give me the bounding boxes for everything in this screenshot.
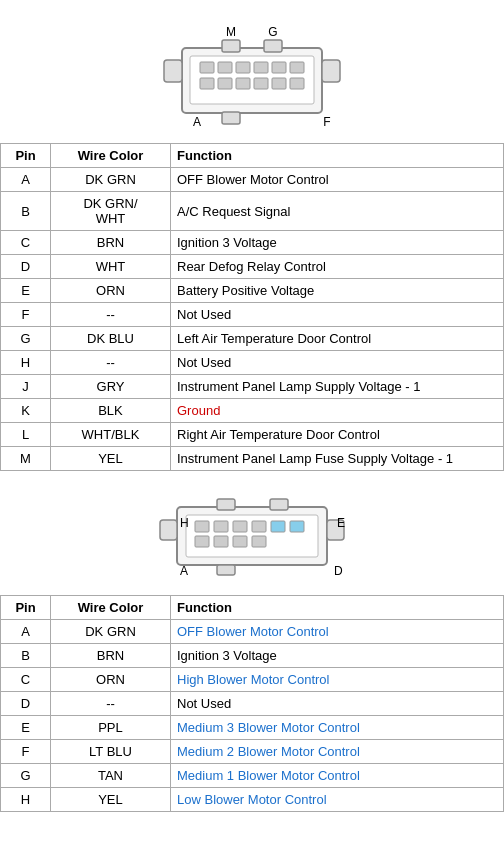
- cell-wire: --: [51, 303, 171, 327]
- svg-rect-14: [200, 78, 214, 89]
- svg-rect-40: [233, 536, 247, 547]
- connector2-diagram: fg A H E D: [0, 475, 504, 595]
- svg-rect-41: [252, 536, 266, 547]
- cell-func: Right Air Temperature Door Control: [171, 423, 504, 447]
- cell-pin: L: [1, 423, 51, 447]
- svg-rect-9: [218, 62, 232, 73]
- svg-text:E: E: [337, 516, 345, 530]
- cell-wire: ORN: [51, 279, 171, 303]
- connector2-table: Pin Wire Color Function ADK GRNOFF Blowe…: [0, 595, 504, 812]
- cell-pin: E: [1, 279, 51, 303]
- cell-wire: DK GRN: [51, 168, 171, 192]
- cell-wire: DK GRN: [51, 620, 171, 644]
- cell-wire: --: [51, 692, 171, 716]
- svg-rect-33: [214, 521, 228, 532]
- cell-wire: PPL: [51, 716, 171, 740]
- svg-rect-11: [254, 62, 268, 73]
- cell-pin: H: [1, 788, 51, 812]
- cell-pin: H: [1, 351, 51, 375]
- svg-rect-35: [252, 521, 266, 532]
- header-pin-1: Pin: [1, 144, 51, 168]
- svg-rect-12: [272, 62, 286, 73]
- cell-wire: YEL: [51, 447, 171, 471]
- svg-text:A: A: [193, 115, 201, 129]
- cell-wire: ORN: [51, 668, 171, 692]
- cell-pin: B: [1, 644, 51, 668]
- cell-func: Low Blower Motor Control: [171, 788, 504, 812]
- svg-rect-17: [254, 78, 268, 89]
- svg-rect-36: [271, 521, 285, 532]
- table-row: CBRNIgnition 3 Voltage: [1, 231, 504, 255]
- cell-func: Instrument Panel Lamp Fuse Supply Voltag…: [171, 447, 504, 471]
- cell-pin: M: [1, 447, 51, 471]
- cell-func: Medium 3 Blower Motor Control: [171, 716, 504, 740]
- cell-func: Ignition 3 Voltage: [171, 644, 504, 668]
- cell-wire: DK BLU: [51, 327, 171, 351]
- cell-wire: --: [51, 351, 171, 375]
- connector1-diagram: fg M G A F: [0, 0, 504, 143]
- connector2-svg: fg A H E D: [142, 485, 362, 585]
- header-func-2: Function: [171, 596, 504, 620]
- cell-pin: A: [1, 620, 51, 644]
- svg-rect-13: [290, 62, 304, 73]
- cell-func: Ignition 3 Voltage: [171, 231, 504, 255]
- svg-rect-7: [222, 112, 240, 124]
- cell-func: OFF Blower Motor Control: [171, 620, 504, 644]
- cell-wire: YEL: [51, 788, 171, 812]
- svg-text:M: M: [226, 25, 236, 39]
- table-row: GTANMedium 1 Blower Motor Control: [1, 764, 504, 788]
- table-row: MYELInstrument Panel Lamp Fuse Supply Vo…: [1, 447, 504, 471]
- table-row: JGRYInstrument Panel Lamp Supply Voltage…: [1, 375, 504, 399]
- svg-rect-32: [195, 521, 209, 532]
- svg-rect-5: [164, 60, 182, 82]
- cell-wire: TAN: [51, 764, 171, 788]
- cell-pin: D: [1, 255, 51, 279]
- table-row: F--Not Used: [1, 303, 504, 327]
- cell-func: Ground: [171, 399, 504, 423]
- cell-func: OFF Blower Motor Control: [171, 168, 504, 192]
- table-row: DWHTRear Defog Relay Control: [1, 255, 504, 279]
- cell-func: A/C Request Signal: [171, 192, 504, 231]
- svg-rect-34: [233, 521, 247, 532]
- cell-wire: BRN: [51, 231, 171, 255]
- svg-rect-29: [160, 520, 177, 540]
- svg-rect-6: [322, 60, 340, 82]
- svg-rect-38: [195, 536, 209, 547]
- cell-wire: DK GRN/WHT: [51, 192, 171, 231]
- svg-rect-4: [264, 40, 282, 52]
- svg-rect-31: [217, 565, 235, 575]
- header-wire-2: Wire Color: [51, 596, 171, 620]
- svg-rect-19: [290, 78, 304, 89]
- cell-pin: C: [1, 668, 51, 692]
- cell-func: Rear Defog Relay Control: [171, 255, 504, 279]
- cell-func: High Blower Motor Control: [171, 668, 504, 692]
- cell-func: Medium 1 Blower Motor Control: [171, 764, 504, 788]
- cell-pin: D: [1, 692, 51, 716]
- table-row: D--Not Used: [1, 692, 504, 716]
- table-row: LWHT/BLKRight Air Temperature Door Contr…: [1, 423, 504, 447]
- table-row: KBLKGround: [1, 399, 504, 423]
- cell-pin: J: [1, 375, 51, 399]
- header-func-1: Function: [171, 144, 504, 168]
- table-row: HYELLow Blower Motor Control: [1, 788, 504, 812]
- svg-text:H: H: [180, 516, 189, 530]
- cell-func: Medium 2 Blower Motor Control: [171, 740, 504, 764]
- header-wire-1: Wire Color: [51, 144, 171, 168]
- cell-func: Battery Positive Voltage: [171, 279, 504, 303]
- cell-pin: F: [1, 303, 51, 327]
- cell-wire: BLK: [51, 399, 171, 423]
- cell-pin: B: [1, 192, 51, 231]
- connector1-svg: fg M G A F: [142, 18, 362, 133]
- table-row: GDK BLULeft Air Temperature Door Control: [1, 327, 504, 351]
- svg-rect-8: [200, 62, 214, 73]
- cell-pin: G: [1, 327, 51, 351]
- cell-wire: WHT: [51, 255, 171, 279]
- svg-rect-16: [236, 78, 250, 89]
- svg-text:D: D: [334, 564, 343, 578]
- svg-rect-39: [214, 536, 228, 547]
- svg-rect-10: [236, 62, 250, 73]
- cell-wire: LT BLU: [51, 740, 171, 764]
- svg-rect-37: [290, 521, 304, 532]
- svg-rect-15: [218, 78, 232, 89]
- table-row: EORNBattery Positive Voltage: [1, 279, 504, 303]
